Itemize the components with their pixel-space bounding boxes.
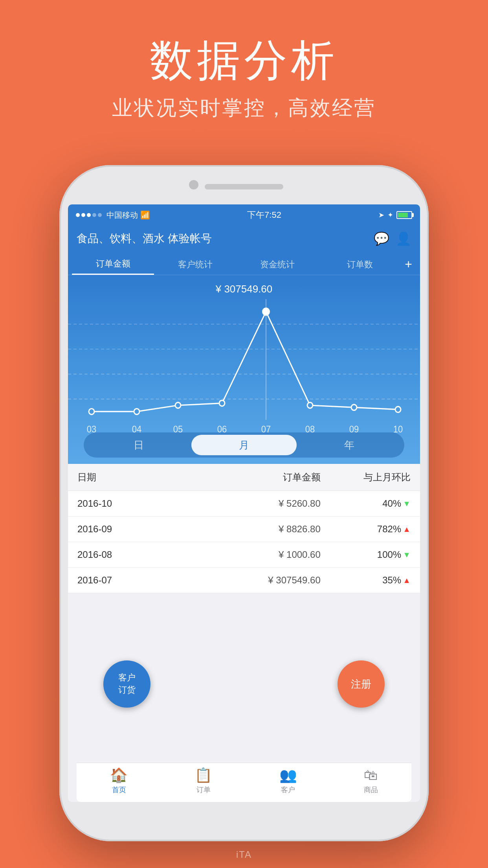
- table-header: 日期 订单金额 与上月环比: [68, 464, 420, 491]
- phone-camera: [189, 180, 198, 189]
- signal-dots: [76, 213, 102, 217]
- table-row: 2016-10 ¥ 5260.80 40% ▼: [68, 491, 420, 517]
- phone-screen: 中国移动 📶 下午7:52 ➤ ✦ 食品、饮料、酒水 体验帐号 💬: [68, 204, 420, 802]
- order-icon: 📋: [194, 767, 212, 783]
- signal-dot-1: [76, 213, 80, 217]
- status-left: 中国移动 📶: [76, 210, 150, 221]
- wifi-icon: 📶: [140, 210, 150, 220]
- app-title: 食品、饮料、酒水 体验帐号: [77, 231, 212, 246]
- table-row: 2016-07 ¥ 307549.60 35% ▲: [68, 568, 420, 593]
- phone-frame: 中国移动 📶 下午7:52 ➤ ✦ 食品、饮料、酒水 体验帐号 💬: [59, 165, 429, 841]
- nav-label-customer: 客户: [281, 785, 295, 794]
- signal-dot-2: [81, 213, 85, 217]
- row4-change: 35% ▲: [321, 575, 411, 586]
- time-btn-day[interactable]: 日: [86, 435, 191, 455]
- fab-register-button[interactable]: 注册: [338, 660, 385, 708]
- svg-point-11: [351, 405, 357, 410]
- chart-value-label: ¥ 307549.60: [68, 283, 420, 295]
- signal-dot-5: [98, 213, 102, 217]
- table-row: 2016-09 ¥ 8826.80 782% ▲: [68, 517, 420, 542]
- row3-change: 100% ▼: [321, 549, 411, 560]
- svg-point-6: [134, 408, 139, 414]
- time-selector: 日 月 年: [84, 432, 404, 458]
- nav-item-order[interactable]: 📋 订单: [194, 767, 212, 794]
- battery-icon: [396, 211, 412, 219]
- row1-amount: ¥ 5260.80: [185, 498, 321, 509]
- col-change: 与上月环比: [321, 471, 411, 484]
- battery-fill: [398, 213, 408, 217]
- bottom-nav: 🏠 首页 📋 订单 👥 客户 🛍 商品: [77, 763, 411, 802]
- status-right: ➤ ✦: [378, 211, 412, 219]
- line-chart: 03 04 05 06 07 08 09 10: [68, 299, 420, 441]
- home-icon: 🏠: [110, 767, 128, 783]
- message-icon[interactable]: 💬: [374, 231, 389, 246]
- trend-up-icon: ▲: [403, 576, 411, 585]
- tab-order-count[interactable]: 订单数: [319, 255, 401, 274]
- status-time: 下午7:52: [247, 209, 281, 221]
- row3-amount: ¥ 1000.60: [185, 549, 321, 560]
- signal-dot-4: [92, 213, 96, 217]
- hero-subtitle: 业状况实时掌控，高效经营: [0, 94, 488, 122]
- svg-point-9: [262, 308, 270, 315]
- app-title-row: 食品、饮料、酒水 体验帐号 💬 👤: [77, 231, 411, 246]
- tabs-row: 订单金额 客户统计 资金统计 订单数 +: [68, 254, 420, 275]
- chart-area: ¥ 307549.60: [68, 275, 420, 464]
- tab-add-button[interactable]: +: [401, 257, 416, 272]
- table-row: 2016-08 ¥ 1000.60 100% ▼: [68, 542, 420, 568]
- bluetooth-icon: ✦: [387, 211, 393, 219]
- row2-amount: ¥ 8826.80: [185, 524, 321, 535]
- products-icon: 🛍: [364, 767, 378, 783]
- data-table: 日期 订单金额 与上月环比 2016-10 ¥ 5260.80 40% ▼ 20…: [68, 464, 420, 593]
- nav-item-products[interactable]: 🛍 商品: [364, 767, 378, 794]
- svg-point-10: [307, 403, 313, 408]
- row1-date: 2016-10: [77, 498, 185, 509]
- watermark: iTA: [236, 849, 252, 860]
- svg-point-5: [89, 408, 94, 414]
- nav-label-order: 订单: [196, 785, 211, 794]
- user-icon[interactable]: 👤: [396, 231, 411, 246]
- nav-item-customer[interactable]: 👥 客户: [279, 767, 297, 794]
- tab-order-amount[interactable]: 订单金额: [72, 254, 154, 275]
- customer-icon: 👥: [279, 767, 297, 783]
- nav-label-home: 首页: [112, 785, 126, 794]
- phone-speaker: [205, 184, 283, 189]
- time-btn-year[interactable]: 年: [297, 435, 402, 455]
- phone-mockup: 中国移动 📶 下午7:52 ➤ ✦ 食品、饮料、酒水 体验帐号 💬: [59, 165, 429, 841]
- svg-point-7: [175, 403, 181, 408]
- carrier-label: 中国移动: [106, 210, 138, 221]
- status-bar: 中国移动 📶 下午7:52 ➤ ✦: [68, 204, 420, 226]
- row2-change: 782% ▲: [321, 524, 411, 535]
- fab-customer-button[interactable]: 客户订货: [103, 660, 150, 708]
- hero-title: 数据分析: [0, 31, 488, 90]
- col-date: 日期: [77, 471, 185, 484]
- tab-fund-stats[interactable]: 资金统计: [237, 255, 319, 274]
- tab-customer-stats[interactable]: 客户统计: [154, 255, 236, 274]
- col-amount: 订单金额: [185, 471, 321, 484]
- trend-down-icon: ▼: [403, 499, 411, 508]
- svg-point-12: [395, 406, 401, 412]
- trend-up-icon: ▲: [403, 525, 411, 534]
- row3-date: 2016-08: [77, 549, 185, 560]
- row1-change: 40% ▼: [321, 498, 411, 509]
- svg-point-8: [219, 400, 225, 406]
- row4-date: 2016-07: [77, 575, 185, 586]
- time-btn-month[interactable]: 月: [191, 435, 297, 455]
- fab-register-label: 注册: [351, 677, 371, 691]
- nav-item-home[interactable]: 🏠 首页: [110, 767, 128, 794]
- row4-amount: ¥ 307549.60: [185, 575, 321, 586]
- location-icon: ➤: [378, 211, 384, 219]
- nav-label-products: 商品: [364, 785, 378, 794]
- fab-customer-label: 客户订货: [118, 672, 136, 696]
- row2-date: 2016-09: [77, 524, 185, 535]
- app-header: 食品、饮料、酒水 体验帐号 💬 👤: [68, 226, 420, 254]
- trend-down-icon: ▼: [403, 550, 411, 559]
- app-icons: 💬 👤: [374, 231, 411, 246]
- signal-dot-3: [87, 213, 91, 217]
